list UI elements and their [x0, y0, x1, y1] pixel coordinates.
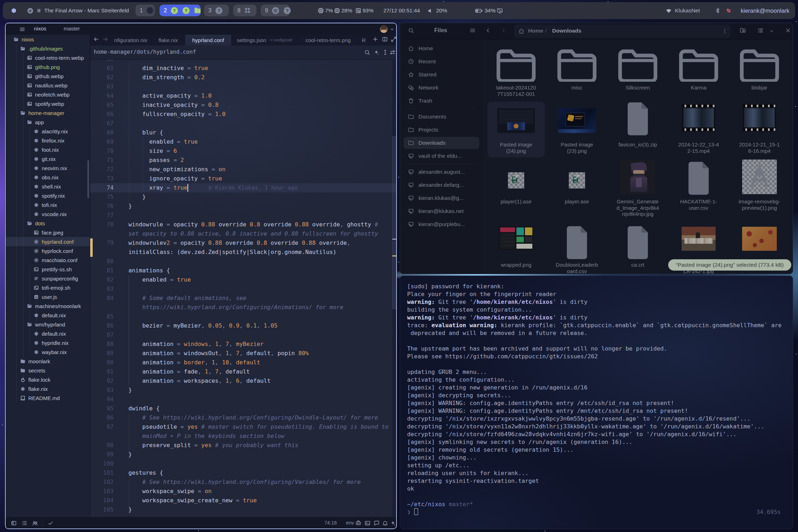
file-item[interactable]: misc	[549, 44, 605, 82]
tab-hyprland.conf[interactable]: hyprland.conf	[185, 35, 232, 45]
workspace-1[interactable]: 1	[135, 5, 155, 16]
nav-forward-icon[interactable]	[102, 36, 109, 42]
file-item[interactable]: Pasted image(24).png	[488, 99, 544, 133]
tree-item-cool-retro-term.webp[interactable]: cool-retro-term.webp	[6, 53, 90, 62]
sidebar-menu-icon[interactable]	[469, 27, 476, 34]
file-item[interactable]: Pasted image(23).png	[549, 99, 605, 133]
sidebar-item-recent[interactable]: Recent	[404, 56, 479, 68]
tree-item-tofi.nix[interactable]: tofi.nix	[6, 200, 90, 209]
file-item[interactable]: Karma	[671, 44, 726, 82]
file-item[interactable]	[732, 223, 787, 251]
workspace-8[interactable]: 8	[233, 5, 256, 16]
env-label[interactable]: env	[346, 520, 354, 526]
tree-item-app[interactable]: app	[6, 117, 90, 127]
sidebar-item-home[interactable]: Home	[404, 42, 479, 54]
breadcrumb-current[interactable]: Downloads	[552, 28, 582, 34]
network-module[interactable]: KlukasNet	[665, 2, 700, 19]
tree-item-macchiato.conf[interactable]: macchiato.conf	[6, 255, 90, 265]
tree-item-flake.nix[interactable]: flake.nix	[6, 384, 90, 393]
tree-item-neofetch.webp[interactable]: neofetch.webp	[6, 90, 90, 99]
tree-item-tofi-emoji.sh[interactable]: tofi-emoji.sh	[6, 283, 90, 292]
terminal-window[interactable]: [sudo] password for kierank:Place your f…	[400, 276, 793, 529]
nav-back-icon[interactable]	[93, 36, 99, 42]
tree-item-home-manager[interactable]: home-manager	[6, 108, 90, 117]
nix-logo-icon[interactable]	[11, 2, 17, 19]
scrollbar-thumb[interactable]	[392, 137, 396, 309]
sidebar-item-starred[interactable]: Starred	[404, 69, 479, 81]
tree-item-spotify.webp[interactable]: spotify.webp	[6, 99, 90, 108]
sidebar-item-vault-of-the-eldu-[interactable]: vault of the eldu...	[404, 150, 479, 162]
tree-item-spotify.nix[interactable]: spotify.nix	[6, 191, 90, 200]
volume-module[interactable]: 20%	[427, 2, 447, 19]
sidebar-item-kieran-klukas-net[interactable]: kieran@klukas.net	[404, 205, 479, 217]
sidebar-item-network[interactable]: Network	[404, 82, 479, 94]
tree-item-hypridle.nix[interactable]: hypridle.nix	[6, 338, 90, 347]
new-tab-icon[interactable]	[372, 36, 378, 42]
copilot-icon[interactable]	[355, 520, 362, 526]
breadcrumb[interactable]: home-manager/dots/hyprland.conf	[94, 49, 196, 55]
assistant-icon[interactable]	[390, 520, 396, 526]
menu-hamburger-icon[interactable]	[19, 26, 25, 33]
tree-item-shell.nix[interactable]: shell.nix	[6, 182, 90, 191]
view-list-icon[interactable]	[757, 27, 764, 34]
battery-module[interactable]: 34%	[475, 2, 496, 19]
file-item[interactable]: 2024-12-22_13-42-15.mp4	[671, 99, 726, 132]
tree-item-flake.lock[interactable]: flake.lock	[6, 375, 90, 384]
project-panel-toggle-icon[interactable]	[11, 520, 17, 526]
tree-item-prettify-ss.sh[interactable]: prettify-ss.sh	[6, 265, 90, 274]
tab-nfiguration.nix[interactable]: nfiguration.nix	[110, 35, 152, 45]
split-pane-icon[interactable]	[382, 36, 388, 42]
tree-item-alacritty.nix[interactable]: alacritty.nix	[6, 127, 90, 136]
tray-icon[interactable]	[725, 2, 732, 19]
tree-item-github.webp[interactable]: github.webp	[6, 71, 90, 81]
file-item[interactable]: ca.crt	[610, 223, 665, 260]
zed-titlebar[interactable]: nixos master	[6, 23, 396, 35]
tree-item-default.nix[interactable]: default.nix	[6, 311, 90, 320]
workspace-2[interactable]: 2??	[160, 5, 201, 16]
idle-inhibitor[interactable]	[497, 2, 503, 19]
editor-settings-icon[interactable]	[389, 49, 396, 56]
search-icon[interactable]	[364, 49, 370, 56]
nav-forward-icon[interactable]	[500, 27, 507, 34]
disk-module[interactable]: 93%	[355, 2, 374, 19]
file-item[interactable]: Silkscreen	[610, 44, 665, 82]
tab-R[interactable]: R	[359, 35, 369, 45]
tree-item-git.nix[interactable]: git.nix	[6, 154, 90, 163]
maximize-icon[interactable]	[391, 36, 396, 42]
tree-item-foot.nix[interactable]: foot.nix	[6, 145, 90, 154]
workspace-9[interactable]: 9?	[261, 5, 290, 16]
sidebar-item-projects[interactable]: Projects	[404, 124, 479, 136]
project-name[interactable]: nixos	[34, 25, 46, 31]
file-item[interactable]: blobjar	[732, 44, 787, 82]
sidebar-item-trash[interactable]: Trash	[404, 95, 479, 107]
file-item[interactable]: takeout-20241207T155714Z-001	[488, 44, 544, 82]
tree-item-user.js[interactable]: JSuser.js	[6, 292, 90, 301]
tree-item-waybar.nix[interactable]: waybar.nix	[6, 347, 90, 357]
bluetooth-module[interactable]	[715, 2, 721, 19]
tree-item-hyprlock.conf[interactable]: hyprlock.conf	[6, 246, 90, 255]
sidebar-item-downloads[interactable]: Downloads	[404, 137, 479, 149]
tree-item-firefox.nix[interactable]: firefox.nix	[6, 136, 90, 145]
avatar[interactable]	[380, 25, 388, 33]
path-kebab-icon[interactable]	[722, 28, 728, 34]
editor-scrollbar[interactable]	[392, 60, 396, 516]
media-module[interactable]: The Final Arrow - Marc Streitenfeld	[27, 2, 129, 19]
file-item[interactable]: 2024-12-21_15-16-16.mp4	[732, 99, 787, 132]
git-branch[interactable]: master	[64, 25, 80, 31]
file-item[interactable]: image-removebg-preview(1).png	[732, 159, 787, 194]
ibeam-icon[interactable]	[382, 49, 388, 56]
view-dropdown-icon[interactable]	[769, 29, 774, 33]
diagnostics-check-icon[interactable]	[47, 520, 54, 526]
close-window-icon[interactable]	[785, 27, 791, 34]
tree-item-machines/moonlark[interactable]: machines/moonlark	[6, 301, 90, 311]
tree-item-sunpaperconfig[interactable]: sunpaperconfig	[6, 274, 90, 283]
tree-item-wm/hyprland[interactable]: wm/hyprland	[6, 320, 90, 329]
sidebar-item-alexander-defarg-[interactable]: alexander.defarg...	[404, 179, 479, 191]
tree-item-nixos[interactable]: nixos	[6, 35, 90, 44]
breadcrumb-home[interactable]: Home	[528, 28, 543, 34]
tree-item-moonlark[interactable]: moonlark	[6, 357, 90, 366]
outline-panel-icon[interactable]	[21, 520, 28, 526]
tab-cool-retro-term.png[interactable]: cool-retro-term.png	[297, 35, 359, 45]
cpu-module[interactable]: 7%	[318, 2, 333, 19]
file-item[interactable]: favicon_io(3).zip	[610, 99, 665, 137]
